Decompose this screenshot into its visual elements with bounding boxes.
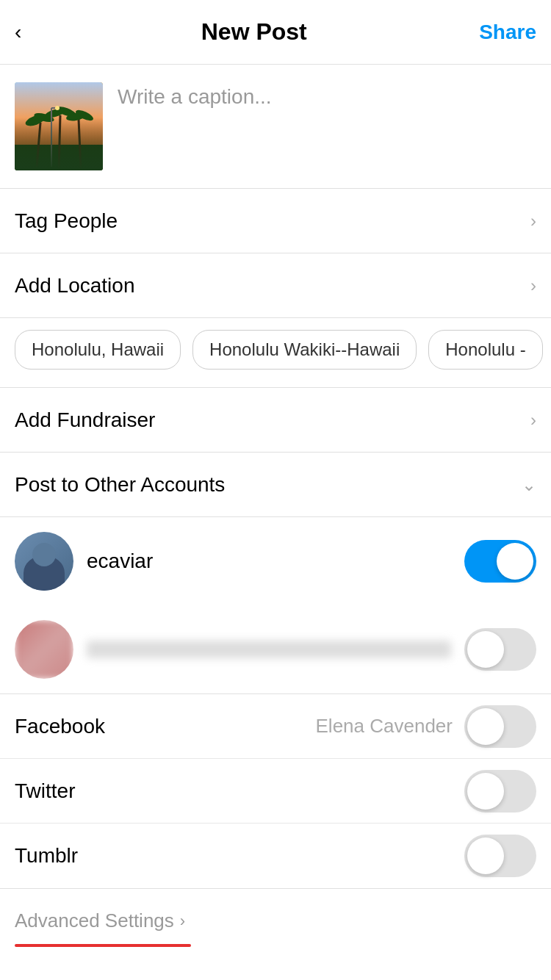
caption-placeholder: Write a caption... (118, 85, 272, 108)
advanced-settings-underline (15, 944, 191, 947)
toggle-tumblr[interactable] (464, 835, 536, 877)
add-location-row[interactable]: Add Location › (0, 253, 551, 318)
toggle-account2[interactable] (464, 628, 536, 671)
advanced-settings-chevron-icon: › (180, 912, 185, 931)
avatar-blurred (15, 620, 73, 679)
back-button[interactable]: ‹ (15, 13, 29, 51)
chevron-right-icon: › (530, 211, 536, 231)
chevron-right-icon: › (530, 410, 536, 430)
add-fundraiser-row[interactable]: Add Fundraiser › (0, 388, 551, 453)
chevron-down-icon: ⌄ (522, 475, 536, 495)
post-to-other-accounts-label: Post to Other Accounts (15, 473, 225, 497)
toggle-knob-tumblr (467, 837, 504, 874)
advanced-settings-row[interactable]: Advanced Settings › (0, 889, 551, 944)
post-thumbnail (15, 82, 103, 170)
location-tag-honolulu-hawaii[interactable]: Honolulu, Hawaii (15, 330, 181, 370)
account-row-blurred (0, 605, 551, 693)
location-tag-honolulu-3[interactable]: Honolulu - (428, 330, 542, 370)
tumblr-label: Tumblr (15, 844, 464, 868)
header: ‹ New Post Share (0, 0, 551, 65)
twitter-label: Twitter (15, 779, 464, 803)
chevron-right-icon: › (530, 275, 536, 296)
svg-point-13 (55, 106, 60, 110)
account-name-blurred (87, 641, 451, 658)
svg-line-2 (37, 123, 40, 167)
facebook-row: Facebook Elena Cavender (0, 694, 551, 759)
share-button[interactable]: Share (479, 21, 536, 44)
toggle-knob-facebook (467, 708, 504, 745)
social-sharing-section: Facebook Elena Cavender Twitter Tumblr (0, 694, 551, 889)
location-tags-container: Honolulu, Hawaii Honolulu Wakiki--Hawaii… (0, 318, 551, 388)
toggle-knob-twitter (467, 773, 504, 810)
toggle-ecaviar[interactable] (464, 540, 536, 583)
toggle-knob-account2 (467, 631, 504, 668)
caption-input-area[interactable]: Write a caption... (118, 82, 536, 109)
tag-people-label: Tag People (15, 209, 118, 233)
svg-rect-1 (15, 145, 103, 170)
account-name-ecaviar: ecaviar (87, 550, 451, 573)
toggle-twitter[interactable] (464, 770, 536, 813)
facebook-username: Elena Cavender (316, 715, 453, 738)
advanced-settings-label: Advanced Settings (15, 909, 174, 932)
location-tag-honolulu-wakiki[interactable]: Honolulu Wakiki--Hawaii (192, 330, 417, 370)
tag-people-row[interactable]: Tag People › (0, 189, 551, 253)
post-to-other-accounts-row[interactable]: Post to Other Accounts ⌄ (0, 453, 551, 517)
add-location-label: Add Location (15, 274, 134, 298)
add-fundraiser-label: Add Fundraiser (15, 408, 155, 432)
svg-line-5 (59, 115, 60, 170)
account-row-ecaviar: ecaviar (0, 517, 551, 605)
facebook-label: Facebook (15, 715, 316, 738)
twitter-row: Twitter (0, 759, 551, 824)
page-title: New Post (201, 18, 307, 46)
caption-section: Write a caption... (0, 65, 551, 189)
avatar-ecaviar (15, 532, 73, 591)
svg-rect-0 (15, 82, 103, 170)
thumbnail-image (15, 82, 103, 170)
toggle-knob-ecaviar (497, 543, 533, 580)
toggle-facebook[interactable] (464, 705, 536, 748)
tumblr-row: Tumblr (0, 824, 551, 888)
svg-line-8 (79, 119, 81, 169)
accounts-section: ecaviar (0, 517, 551, 694)
